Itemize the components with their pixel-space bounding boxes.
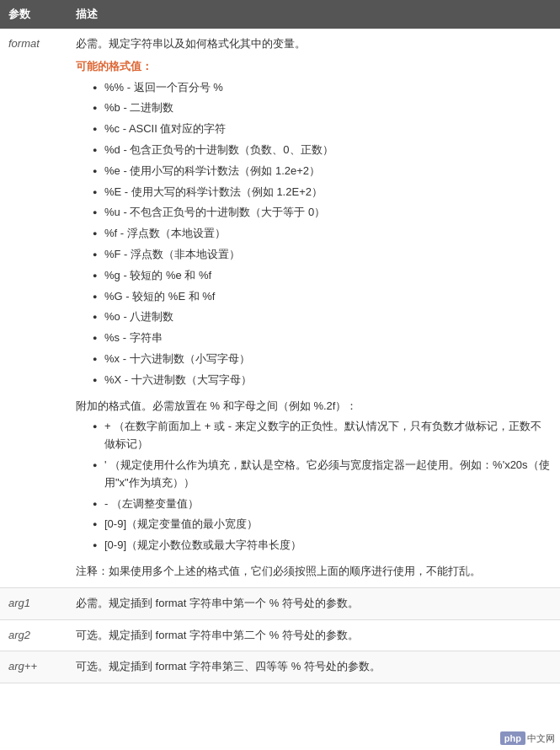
format-item-4: %d - 包含正负号的十进制数（负数、0、正数） (93, 142, 552, 159)
format-item-14: %x - 十六进制数（小写字母） (93, 351, 552, 368)
format-item-15: %X - 十六进制数（大写字母） (93, 372, 552, 389)
desc-format: 必需。规定字符串以及如何格式化其中的变量。 可能的格式值： %% - 返回一个百… (67, 29, 560, 587)
table-row-format: format 必需。规定字符串以及如何格式化其中的变量。 可能的格式值： %% … (0, 29, 560, 587)
format-item-7: %u - 不包含正负号的十进制数（大于等于 0） (93, 204, 552, 222)
desc-argpp: 可选。规定插到 format 字符串第三、四等等 % 符号处的参数。 (67, 651, 560, 683)
format-item-6: %E - 使用大写的科学计数法（例如 1.2E+2） (93, 184, 552, 201)
additional-item-4: [0-9]（规定变量值的最小宽度） (93, 516, 552, 533)
php-text: php (504, 733, 521, 743)
additional-item-2: ' （规定使用什么作为填充，默认是空格。它必须与宽度指定器一起使用。例如：%'x… (93, 457, 552, 492)
format-note: 注释：如果使用多个上述的格式值，它们必须按照上面的顺序进行使用，不能打乱。 (76, 563, 552, 581)
format-item-8: %f - 浮点数（本地设置） (93, 225, 552, 243)
param-argpp: arg++ (0, 651, 67, 683)
param-arg2: arg2 (0, 619, 67, 651)
format-item-12: %o - 八进制数 (93, 308, 552, 326)
format-item-5: %e - 使用小写的科学计数法（例如 1.2e+2） (93, 163, 552, 180)
table-row-argpp: arg++ 可选。规定插到 format 字符串第三、四等等 % 符号处的参数。 (0, 651, 560, 683)
col-header-param: 参数 (0, 0, 67, 29)
php-badge: php (500, 731, 525, 745)
format-item-9: %F - 浮点数（非本地设置） (93, 246, 552, 264)
additional-item-1: + （在数字前面加上 + 或 - 来定义数字的正负性。默认情况下，只有负数才做标… (93, 418, 552, 453)
additional-item-3: - （左调整变量值） (93, 496, 552, 513)
format-item-2: %b - 二进制数 (93, 99, 552, 117)
param-arg1: arg1 (0, 587, 67, 619)
table-row-arg1: arg1 必需。规定插到 format 字符串中第一个 % 符号处的参数。 (0, 587, 560, 619)
cn-network-text: 中文网 (527, 732, 555, 745)
desc-arg2: 可选。规定插到 format 字符串中第二个 % 符号处的参数。 (67, 619, 560, 651)
param-format: format (0, 29, 67, 587)
table-row-arg2: arg2 可选。规定插到 format 字符串中第二个 % 符号处的参数。 (0, 619, 560, 651)
additional-list: + （在数字前面加上 + 或 - 来定义数字的正负性。默认情况下，只有负数才做标… (93, 418, 552, 554)
php-badge-container: php 中文网 (500, 731, 555, 745)
desc-arg1: 必需。规定插到 format 字符串中第一个 % 符号处的参数。 (67, 587, 560, 619)
format-vals-list: %% - 返回一个百分号 % %b - 二进制数 %c - ASCII 值对应的… (93, 79, 552, 389)
col-header-desc: 描述 (67, 0, 560, 29)
additional-item-5: [0-9]（规定小数位数或最大字符串长度） (93, 537, 552, 554)
format-item-13: %s - 字符串 (93, 329, 552, 347)
format-item-11: %G - 较短的 %E 和 %f (93, 288, 552, 306)
format-item-3: %c - ASCII 值对应的字符 (93, 121, 552, 138)
format-item-10: %g - 较短的 %e 和 %f (93, 267, 552, 285)
format-vals-label: 可能的格式值： (76, 58, 552, 76)
format-intro: 必需。规定字符串以及如何格式化其中的变量。 (76, 35, 552, 53)
additional-label: 附加的格式值。必需放置在 % 和字母之间（例如 %.2f）： (76, 398, 552, 415)
format-item-1: %% - 返回一个百分号 % (93, 79, 552, 97)
